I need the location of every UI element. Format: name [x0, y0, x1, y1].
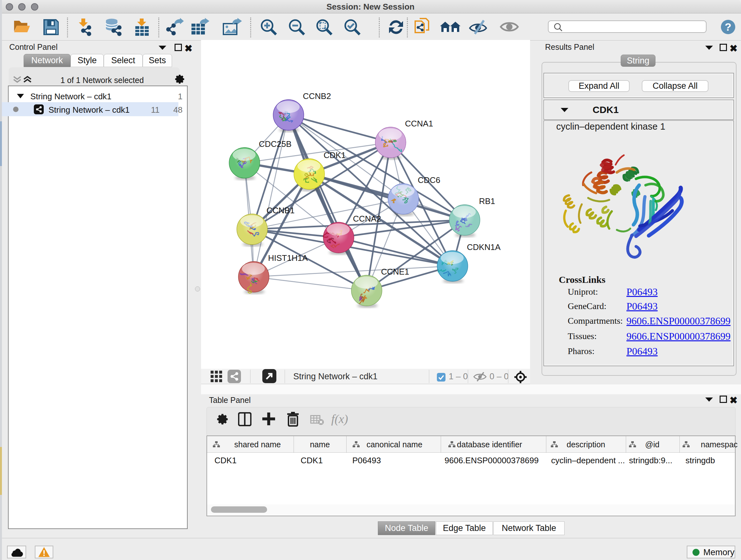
- svg-text:HIST1H1A: HIST1H1A: [268, 253, 308, 263]
- svg-text:CDK1: CDK1: [324, 150, 346, 160]
- svg-text:CDC25B: CDC25B: [259, 139, 292, 149]
- svg-text:CCNE1: CCNE1: [381, 267, 409, 276]
- svg-text:CCNA2: CCNA2: [353, 214, 381, 224]
- svg-text:CCNB2: CCNB2: [303, 91, 331, 101]
- svg-text:CDKN1A: CDKN1A: [467, 242, 501, 252]
- svg-text:RB1: RB1: [479, 196, 495, 206]
- svg-text:CCNA1: CCNA1: [405, 119, 433, 128]
- svg-text:CCNB1: CCNB1: [266, 206, 294, 215]
- svg-text:CDC6: CDC6: [418, 175, 441, 185]
